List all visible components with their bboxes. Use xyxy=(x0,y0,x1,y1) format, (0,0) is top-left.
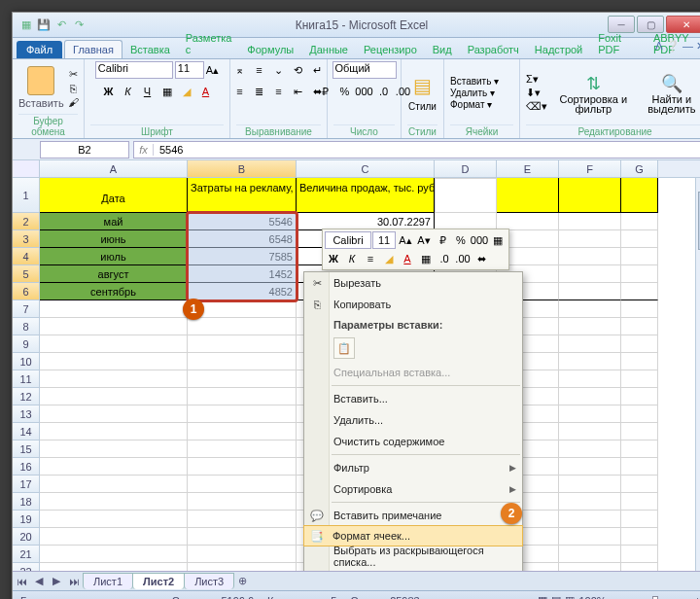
cell[interactable] xyxy=(40,388,188,405)
sort-filter-button[interactable]: ⇅ Сортировка и фильтр xyxy=(555,73,632,114)
row-header[interactable]: 2 xyxy=(13,213,40,230)
mini-dec-dec-icon[interactable]: .00 xyxy=(454,250,472,267)
cell[interactable] xyxy=(559,283,621,300)
tab-data[interactable]: Данные xyxy=(301,41,356,58)
cells-format[interactable]: Формат ▾ xyxy=(450,99,492,110)
cell[interactable] xyxy=(40,528,188,546)
zoom-out-icon[interactable]: − xyxy=(611,595,616,600)
bold-icon[interactable]: Ж xyxy=(100,83,118,100)
vertical-scrollbar[interactable] xyxy=(695,178,700,571)
mini-fill-icon[interactable]: ◢ xyxy=(380,250,398,267)
row-header-1[interactable]: 1 xyxy=(13,178,40,213)
copy-icon[interactable]: ⎘ xyxy=(68,83,79,94)
cell[interactable] xyxy=(559,405,621,423)
cell[interactable] xyxy=(559,476,621,493)
cell[interactable] xyxy=(40,423,188,440)
paste-button[interactable]: Вставить xyxy=(18,66,64,109)
cell[interactable] xyxy=(621,230,658,248)
mini-font-color-icon[interactable]: A xyxy=(399,250,416,267)
cell[interactable] xyxy=(559,528,621,546)
font-size-select[interactable]: 11 xyxy=(175,61,204,79)
cell[interactable] xyxy=(621,405,658,423)
mini-border2-icon[interactable]: ▦ xyxy=(417,250,435,267)
mini-font-family[interactable]: Calibri xyxy=(325,231,371,249)
mini-italic-icon[interactable]: К xyxy=(343,250,361,267)
ctx-filter[interactable]: Фильтр▶ xyxy=(304,457,522,478)
cell[interactable] xyxy=(621,370,658,388)
fill-color-icon[interactable]: ◢ xyxy=(178,83,195,100)
mini-percent-icon[interactable]: % xyxy=(452,231,470,249)
name-box[interactable]: B2 xyxy=(40,141,129,159)
col-header-D[interactable]: D xyxy=(435,160,497,177)
cell[interactable] xyxy=(621,546,658,563)
cell[interactable] xyxy=(188,353,297,370)
clear-icon[interactable]: ⌫▾ xyxy=(526,100,547,113)
row-header[interactable]: 17 xyxy=(13,476,40,493)
redo-icon[interactable]: ↷ xyxy=(71,18,87,33)
mini-currency-icon[interactable]: ₽ xyxy=(434,231,451,249)
row-header[interactable]: 5 xyxy=(13,265,40,283)
cell[interactable] xyxy=(621,458,658,476)
cell[interactable] xyxy=(188,370,297,388)
ctx-clear[interactable]: Очистить содержимое xyxy=(304,431,522,452)
cell[interactable]: 7585 xyxy=(188,248,297,265)
col-header-B[interactable]: B xyxy=(188,160,297,177)
col-header-G[interactable]: G xyxy=(621,160,658,177)
row-header[interactable]: 12 xyxy=(13,388,40,405)
view-normal-icon[interactable]: ▦ xyxy=(538,594,547,599)
cell[interactable] xyxy=(40,405,188,423)
cell[interactable] xyxy=(559,178,621,213)
sheet-nav-first-icon[interactable]: ⏮ xyxy=(14,574,29,589)
cell[interactable] xyxy=(188,528,297,546)
row-header[interactable]: 14 xyxy=(13,423,40,440)
cell[interactable] xyxy=(621,511,658,528)
cell[interactable] xyxy=(40,300,188,318)
format-painter-icon[interactable]: 🖌 xyxy=(68,96,79,108)
tab-page-layout[interactable]: Разметка с xyxy=(178,29,240,58)
percent-icon[interactable]: % xyxy=(336,83,354,100)
font-color-icon[interactable]: A xyxy=(197,83,215,100)
underline-icon[interactable]: Ч xyxy=(139,83,157,100)
tab-developer[interactable]: Разработч xyxy=(460,41,527,58)
zoom-level[interactable]: 100% xyxy=(578,595,606,600)
cell[interactable] xyxy=(435,178,497,213)
cell[interactable] xyxy=(621,440,658,458)
col-header-F[interactable]: F xyxy=(559,160,621,177)
sheet-nav-last-icon[interactable]: ⏭ xyxy=(66,574,82,589)
row-header[interactable]: 9 xyxy=(13,335,40,353)
cell[interactable] xyxy=(188,405,297,423)
cell[interactable] xyxy=(621,213,658,230)
align-bottom-icon[interactable]: ⌄ xyxy=(270,61,288,79)
col-header-E[interactable]: E xyxy=(497,160,559,177)
undo-icon[interactable]: ↶ xyxy=(53,18,69,33)
cell[interactable] xyxy=(621,300,658,318)
tab-view[interactable]: Вид xyxy=(425,41,460,58)
ctx-sort[interactable]: Сортировка▶ xyxy=(304,478,522,500)
cell[interactable]: сентябрь xyxy=(40,283,188,300)
cell[interactable] xyxy=(40,493,188,511)
cell[interactable] xyxy=(559,335,621,353)
increase-font-icon[interactable]: A▴ xyxy=(206,64,219,77)
sheet-tab[interactable]: Лист3 xyxy=(184,573,234,589)
cell[interactable]: май xyxy=(40,213,188,230)
cell[interactable] xyxy=(621,335,658,353)
cell[interactable] xyxy=(559,493,621,511)
cell[interactable]: август xyxy=(40,265,188,283)
cell[interactable] xyxy=(559,300,621,318)
cell[interactable] xyxy=(621,493,658,511)
cell[interactable] xyxy=(559,440,621,458)
currency-icon[interactable]: ₽ xyxy=(317,83,334,100)
tab-insert[interactable]: Вставка xyxy=(122,41,178,58)
new-sheet-icon[interactable]: ⊕ xyxy=(234,574,250,589)
cell[interactable]: 5546 xyxy=(188,213,297,230)
cell[interactable] xyxy=(40,353,188,370)
number-format-select[interactable]: Общий xyxy=(332,61,397,79)
italic-icon[interactable]: К xyxy=(120,83,137,100)
find-select-button[interactable]: 🔍 Найти и выделить xyxy=(640,73,700,114)
zoom-in-icon[interactable]: ＋ xyxy=(692,593,700,599)
cell[interactable] xyxy=(188,458,297,476)
ctx-insert-comment[interactable]: 💬Вставить примечание xyxy=(304,505,522,526)
cell[interactable] xyxy=(621,178,658,213)
row-header[interactable]: 4 xyxy=(13,248,40,265)
cell[interactable] xyxy=(188,546,297,563)
